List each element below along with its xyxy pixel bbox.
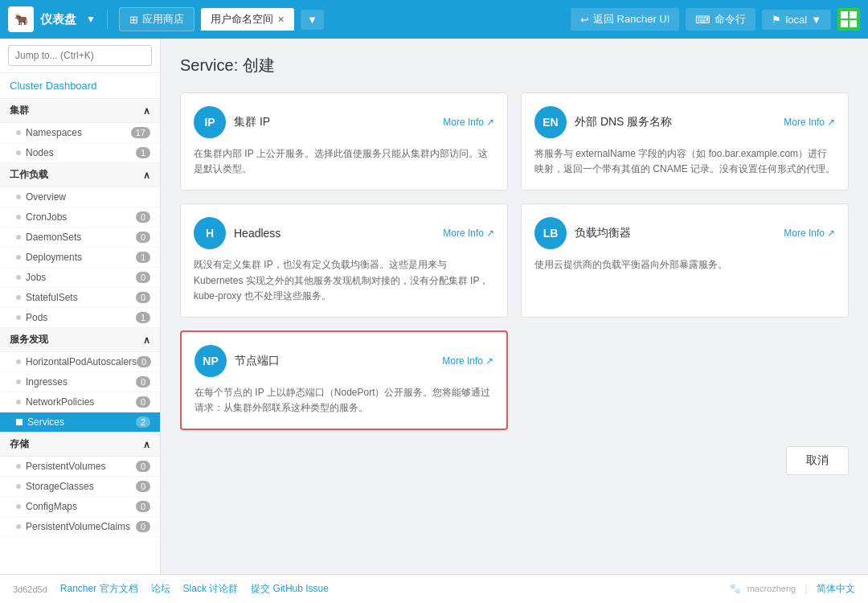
service-card-headless[interactable]: H Headless More Info ↗ 既没有定义集群 IP，也没有定义负…: [180, 203, 508, 318]
service-card-ip[interactable]: IP 集群 IP More Info ↗ 在集群内部 IP 上公开服务。选择此值…: [180, 92, 508, 191]
sidebar-item-pods[interactable]: Pods 1: [0, 308, 160, 328]
dot-icon: [16, 524, 21, 529]
collapse-icon-storage[interactable]: ∧: [143, 439, 150, 450]
sidebar-item-label: Namespaces: [26, 127, 82, 138]
footer-forum[interactable]: 论坛: [151, 582, 170, 596]
external-link-icon: ↗: [485, 355, 493, 367]
sidebar-item-jobs[interactable]: Jobs 0: [0, 268, 160, 288]
card-desc-headless: 既没有定义集群 IP，也没有定义负载均衡器。这些是用来与 Kubernetes …: [194, 257, 494, 304]
footer-github-issue[interactable]: 提交 GitHub Issue: [251, 582, 329, 596]
more-info-lb[interactable]: More Info ↗: [784, 228, 835, 239]
back-rancher-button[interactable]: ↩ 返回 Rancher UI: [571, 8, 679, 31]
main-area: Cluster Dashboard 集群 ∧ Namespaces 17 Nod…: [0, 39, 868, 574]
collapse-icon-workload[interactable]: ∧: [143, 170, 150, 181]
service-card-np[interactable]: NP 节点端口 More Info ↗ 在每个节点的 IP 上以静态端口（Nod…: [180, 330, 508, 430]
external-link-icon: ↗: [486, 117, 494, 128]
dot-icon: [16, 195, 21, 199]
footer-rancher-docs[interactable]: Rancher 官方文档: [60, 582, 138, 596]
appstore-button[interactable]: ⊞ 应用商店: [119, 7, 194, 31]
badge-daemonsets: 0: [136, 232, 150, 243]
more-info-np[interactable]: More Info ↗: [442, 355, 493, 367]
cancel-row: 取消: [180, 446, 849, 475]
sidebar-item-cronjobs[interactable]: CronJobs 0: [0, 207, 160, 228]
sidebar-item-ingresses[interactable]: Ingresses 0: [0, 372, 160, 392]
dot-icon: [16, 484, 21, 489]
card-title-np: 节点端口: [235, 354, 442, 368]
sidebar-item-label: Pods: [26, 312, 47, 323]
service-icon-headless: H: [194, 217, 226, 249]
sidebar-item-daemonsets[interactable]: DaemonSets 0: [0, 228, 160, 248]
footer-language-link[interactable]: 简体中文: [817, 583, 855, 594]
sidebar-item-hpa[interactable]: HorizontalPodAutoscalers 0: [0, 352, 160, 372]
sidebar-item-label: Services: [27, 416, 64, 428]
sidebar-item-deployments[interactable]: Deployments 1: [0, 248, 160, 268]
active-dot-icon: [16, 419, 23, 425]
back-icon: ↩: [580, 14, 589, 26]
section-header-cluster: 集群 ∧: [0, 99, 160, 123]
dot-icon: [16, 295, 21, 300]
sidebar-item-services[interactable]: Services 2: [0, 412, 160, 433]
sidebar-item-label: Deployments: [26, 252, 82, 263]
service-icon-en: EN: [534, 106, 567, 138]
sidebar-item-label: Jobs: [26, 272, 46, 283]
card-header-headless: H Headless More Info ↗: [194, 217, 494, 249]
sidebar-item-statefulsets[interactable]: StatefulSets 0: [0, 288, 160, 308]
search-input[interactable]: [8, 45, 152, 66]
sidebar-search-container: [0, 39, 160, 73]
sidebar-item-networkpolicies[interactable]: NetworkPolicies 0: [0, 392, 160, 412]
collapse-icon-cluster[interactable]: ∧: [143, 105, 150, 117]
more-info-ip[interactable]: More Info ↗: [443, 117, 494, 128]
dot-icon: [16, 400, 21, 404]
sidebar-item-label: StatefulSets: [26, 292, 78, 303]
logo-text: 🐂: [14, 13, 28, 26]
badge-storageclasses: 0: [136, 481, 150, 492]
sidebar-item-storageclasses[interactable]: StorageClasses 0: [0, 477, 160, 497]
grid-icon[interactable]: [837, 8, 860, 31]
footer-slack[interactable]: Slack 讨论群: [183, 582, 239, 596]
watermark-text: macrozheng: [747, 584, 796, 593]
cancel-button[interactable]: 取消: [786, 446, 849, 475]
namespace-tab[interactable]: 用户命名空间 ✕: [201, 8, 294, 31]
sidebar-item-label: ConfigMaps: [26, 501, 77, 512]
terminal-icon: ⌨: [695, 14, 710, 26]
local-button[interactable]: ⚑ local ▼: [762, 10, 831, 30]
dot-icon: [16, 150, 21, 155]
more-info-en[interactable]: More Info ↗: [784, 117, 835, 128]
service-card-en[interactable]: EN 外部 DNS 服务名称 More Info ↗ 将服务与 external…: [521, 92, 849, 191]
card-desc-en: 将服务与 externalName 字段的内容（如 foo.bar.exampl…: [534, 146, 835, 177]
sidebar-item-namespaces[interactable]: Namespaces 17: [0, 123, 160, 143]
logo: 🐂: [8, 6, 34, 32]
card-title-ip: 集群 IP: [234, 115, 443, 129]
sidebar-item-pvc[interactable]: PersistentVolumeClaims 0: [0, 517, 160, 537]
service-card-lb[interactable]: LB 负载均衡器 More Info ↗ 使用云提供商的负载平衡器向外部暴露服务…: [521, 203, 849, 318]
sidebar-item-label: StorageClasses: [26, 481, 94, 492]
sidebar-item-pv[interactable]: PersistentVolumes 0: [0, 457, 160, 477]
topbar-chevron-icon[interactable]: ▼: [86, 14, 96, 25]
badge-statefulsets: 0: [136, 292, 150, 303]
sidebar-item-configmaps[interactable]: ConfigMaps 0: [0, 497, 160, 517]
footer-language: 🐾 macrozheng | 简体中文: [729, 582, 855, 596]
dot-icon: [16, 504, 21, 509]
sidebar-item-nodes[interactable]: Nodes 1: [0, 143, 160, 163]
command-button[interactable]: ⌨ 命令行: [686, 8, 755, 31]
badge-pv: 0: [136, 461, 150, 472]
badge-pods: 1: [136, 312, 150, 323]
card-desc-ip: 在集群内部 IP 上公开服务。选择此值使服务只能从集群内部访问。这是默认类型。: [194, 146, 494, 177]
dot-icon: [16, 315, 21, 320]
sidebar-item-overview[interactable]: Overview: [0, 187, 160, 207]
dot-icon: [16, 235, 21, 240]
section-header-service-discovery: 服务发现 ∧: [0, 328, 160, 352]
card-desc-lb: 使用云提供商的负载平衡器向外部暴露服务。: [534, 257, 835, 273]
section-label-workload: 工作负载: [10, 168, 48, 182]
dot-icon: [16, 275, 21, 280]
collapse-icon-service-discovery[interactable]: ∧: [143, 334, 150, 346]
namespace-dropdown[interactable]: ▼: [301, 10, 324, 30]
section-label-cluster: 集群: [10, 104, 29, 117]
appstore-icon: ⊞: [129, 14, 138, 26]
sidebar-cluster-dashboard[interactable]: Cluster Dashboard: [0, 73, 160, 99]
sidebar-item-label: NetworkPolicies: [26, 396, 94, 408]
more-info-headless[interactable]: More Info ↗: [443, 228, 494, 239]
footer: 3d62d5d Rancher 官方文档 论坛 Slack 讨论群 提交 Git…: [0, 574, 868, 603]
section-header-workload: 工作负载 ∧: [0, 163, 160, 187]
close-tab-icon[interactable]: ✕: [277, 14, 285, 25]
